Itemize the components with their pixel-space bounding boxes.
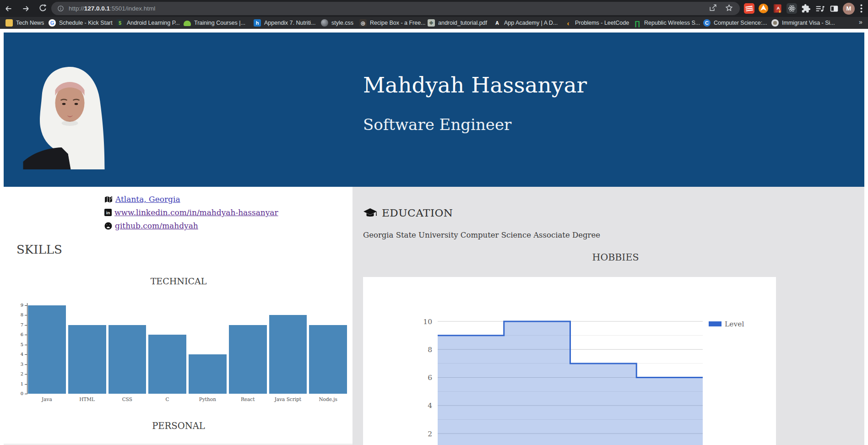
- leetcode-favicon: ‹: [564, 19, 572, 27]
- address-bar[interactable]: http://127.0.0.1:5501/index.html: [51, 2, 740, 15]
- hobbies-legend-label: Level: [725, 320, 744, 328]
- extensions-row: A M: [743, 0, 864, 17]
- profile-avatar[interactable]: M: [843, 3, 855, 15]
- bookmark-star-icon[interactable]: [725, 4, 733, 14]
- android-robot-favicon: [184, 21, 191, 26]
- immigrant-visa-favicon: [771, 19, 779, 27]
- bookmark-item[interactable]: Training Courses |...: [184, 17, 245, 29]
- hobbies-y-tick-label: 8: [428, 346, 432, 354]
- tech-chart-tick: [25, 384, 27, 385]
- tech-chart-tick-label: 4: [14, 352, 23, 357]
- bookmark-label: Immigrant Visa - Si...: [782, 20, 835, 26]
- app-academy-favicon: A: [494, 19, 501, 27]
- bookmark-label: Computer Science:...: [714, 20, 767, 26]
- tech-chart-bar-java-script: [269, 315, 307, 394]
- map-location-icon: [104, 195, 113, 203]
- tech-chart-y-axis: [27, 303, 27, 394]
- hobbies-y-tick-label: 6: [428, 374, 432, 382]
- bookmark-label: Schedule - Kick Start: [59, 20, 113, 26]
- bookmark-item[interactable]: GSchedule - Kick Start: [49, 17, 113, 29]
- github-link[interactable]: github.com/mahdyah: [115, 221, 198, 230]
- tech-chart-bar-node.js: [309, 325, 347, 394]
- side-panel-icon[interactable]: [829, 3, 840, 14]
- tech-chart-category-label: Java: [28, 396, 66, 402]
- tech-chart-tick-label: 0: [14, 391, 23, 396]
- browser-menu-icon[interactable]: [858, 3, 864, 14]
- education-heading-row: EDUCATION: [363, 207, 453, 219]
- browser-window: http://127.0.0.1:5501/index.html A: [0, 0, 868, 445]
- tech-chart-bar-html: [68, 325, 106, 394]
- bookmark-label: App Academy | A D...: [504, 20, 558, 26]
- tech-chart-category-label: Java Script: [269, 396, 307, 402]
- tech-chart-tick: [25, 315, 27, 315]
- tech-chart-bar-react: [229, 325, 267, 394]
- person-name: Mahdyah Hassanyar: [363, 72, 587, 98]
- hobbies-heading: HOBBIES: [363, 252, 868, 263]
- person-job-title: Software Engineer: [363, 115, 511, 134]
- technical-skills-chart: 0123456789JavaHTMLCSSCPythonReactJava Sc…: [14, 298, 353, 408]
- recipe-box-favicon: ◎: [359, 19, 367, 27]
- tech-chart-tick: [25, 335, 27, 335]
- extensions-puzzle-icon[interactable]: [800, 3, 811, 14]
- bookmark-item[interactable]: Tech News: [5, 17, 44, 29]
- bookmark-item[interactable]: AApp Academy | A D...: [494, 17, 558, 29]
- tech-chart-tick: [25, 305, 27, 306]
- bookmark-item[interactable]: ◎Recipe Box - a Free...: [359, 17, 426, 29]
- bookmark-label: style.css: [331, 20, 353, 26]
- bookmark-item[interactable]: $Android Learning P...: [116, 17, 180, 29]
- bookmark-label: Tech News: [16, 20, 44, 26]
- todoist-extension-icon[interactable]: [743, 3, 754, 14]
- personal-chart-title: PERSONAL: [14, 421, 343, 431]
- education-heading: EDUCATION: [382, 207, 453, 219]
- bookmark-item[interactable]: ❖android_tutorial.pdf: [428, 17, 487, 29]
- github-link-row: github.com/mahdyah: [104, 220, 198, 232]
- tech-chart-bar-python: [189, 354, 227, 394]
- tech-chart-category-label: C: [148, 396, 186, 402]
- tech-chart-tick: [25, 325, 27, 326]
- bookmark-item[interactable]: hAppendix 7. Nutriti...: [254, 17, 316, 29]
- hobbies-y-tick-label: 4: [428, 402, 432, 410]
- browser-toolbar: http://127.0.0.1:5501/index.html A: [0, 0, 868, 17]
- tech-chart-category-label: Python: [189, 396, 227, 402]
- bookmark-item[interactable]: ∏Republic Wireless S...: [634, 17, 700, 29]
- tech-chart-tick: [25, 374, 27, 374]
- bookmark-label: Training Courses |...: [194, 20, 245, 26]
- svg-text:A: A: [776, 5, 780, 11]
- bookmark-item[interactable]: ‹Problems - LeetCode: [564, 17, 629, 29]
- bookmark-label: Problems - LeetCode: [575, 20, 629, 26]
- share-icon[interactable]: [709, 4, 717, 14]
- svg-text:in: in: [106, 210, 110, 215]
- react-devtools-extension-icon[interactable]: [786, 3, 797, 14]
- tech-chart-category-label: Node.js: [309, 396, 347, 402]
- reload-icon[interactable]: [37, 3, 49, 15]
- resume-header: Mahdyah Hassanyar Software Engineer: [4, 33, 864, 187]
- graduation-cap-icon: [363, 207, 377, 218]
- location-link[interactable]: Atlanta, Georgia: [115, 195, 180, 204]
- bookmark-item[interactable]: Immigrant Visa - Si...: [771, 17, 835, 29]
- tech-chart-tick: [25, 364, 27, 365]
- tech-chart-tick-label: 8: [14, 312, 23, 317]
- android-learning-favicon: $: [116, 19, 124, 27]
- tech-chart-tick-label: 7: [14, 322, 23, 327]
- bookmark-label: Appendix 7. Nutriti...: [264, 20, 316, 26]
- location-link-row: Atlanta, Georgia: [104, 193, 180, 205]
- tech-chart-category-label: React: [229, 396, 267, 402]
- forward-icon[interactable]: [20, 3, 32, 15]
- tech-chart-tick-label: 5: [14, 342, 23, 347]
- bookmark-item[interactable]: style.css: [321, 17, 353, 29]
- bookmarks-overflow-chevron[interactable]: »: [859, 18, 863, 26]
- google-favicon: G: [49, 19, 56, 27]
- dictionary-extension-icon[interactable]: A: [772, 3, 783, 14]
- bookmark-item[interactable]: CComputer Science:...: [703, 17, 767, 29]
- site-info-icon[interactable]: [57, 5, 65, 12]
- tech-chart-tick: [25, 394, 27, 394]
- tech-news-favicon: [5, 19, 13, 27]
- hobbies-y-tick-label: 2: [428, 430, 432, 438]
- linkedin-link[interactable]: www.linkedin.com/in/mahdyah-hassanyar: [114, 208, 278, 217]
- back-icon[interactable]: [3, 3, 15, 15]
- skills-heading: SKILLS: [16, 243, 62, 256]
- computer-science-favicon: C: [703, 19, 711, 27]
- tech-chart-tick: [25, 354, 27, 355]
- playlist-extension-icon[interactable]: [814, 3, 825, 14]
- orange-scanner-extension-icon[interactable]: [758, 3, 769, 14]
